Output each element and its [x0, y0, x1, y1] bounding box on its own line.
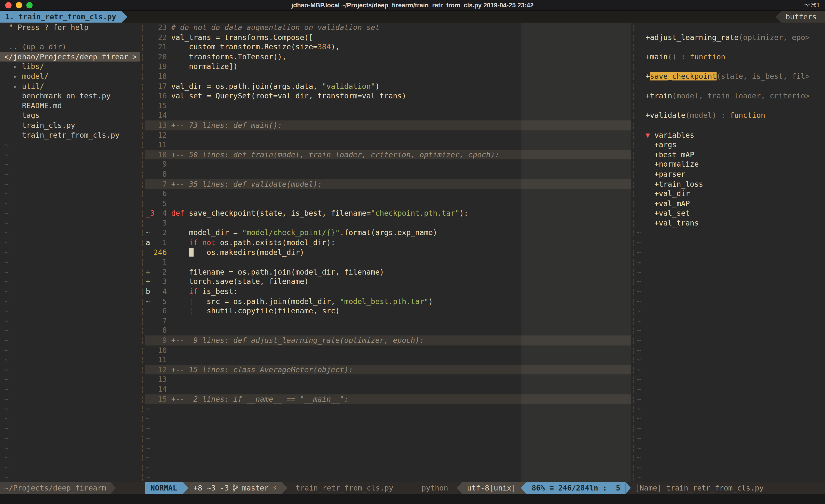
- tilde-glyph: ~: [637, 258, 641, 266]
- window-separator-right[interactable]: ¦ ¦ ¦ ¦ ¦ ¦ ¦ ¦ ¦ ¦ ¦ ¦ ¦ ¦ ¦ ¦ ¦ ¦ ¦ ¦ …: [631, 22, 635, 482]
- code-line[interactable]: +3 torch.save(state, filename): [145, 277, 631, 286]
- gutter-sign: b: [145, 286, 153, 297]
- folded-region[interactable]: 13+-- 73 lines: def main():: [145, 120, 631, 130]
- code-line[interactable]: 18: [145, 71, 631, 81]
- tag-item[interactable]: +train(model, train_loader, criterio>: [637, 91, 825, 101]
- tag-item[interactable]: +parser: [637, 169, 825, 179]
- text-segment: custom_transform.Resize(size=: [171, 43, 317, 51]
- code-text: def save_checkpoint(state, is_best, file…: [171, 208, 631, 218]
- text-segment: benchmark_on_test.py: [4, 91, 110, 100]
- code-line[interactable]: 8: [145, 169, 631, 179]
- tag-item[interactable]: ▼ variables: [637, 130, 825, 140]
- close-button[interactable]: [5, 2, 11, 9]
- minimize-button[interactable]: [16, 2, 22, 9]
- tag-item[interactable]: +val_set: [637, 208, 825, 218]
- text-segment: save_checkpoint(state, is_best, filename…: [184, 209, 371, 217]
- code-line[interactable]: 9: [145, 160, 631, 169]
- code-line[interactable]: 15: [145, 101, 631, 111]
- text-segment: +-- 15 lines: class AverageMeter(object)…: [171, 365, 353, 374]
- command-line[interactable]: [0, 494, 825, 504]
- code-line[interactable]: ~5 ¦ src = os.path.join(model_dir, "mode…: [145, 297, 631, 306]
- tree-root[interactable]: </jdhao/Projects/deep_firear>: [0, 52, 140, 62]
- code-line[interactable]: 10: [145, 345, 631, 355]
- code-line[interactable]: 14: [145, 111, 631, 120]
- window-separator-left[interactable]: ¦ ¦ ¦ ¦ ¦ ¦ ¦ ¦ ¦ ¦ ¦ ¦ ¦ ¦ ¦ ¦ ¦ ¦ ¦ ¦ …: [140, 22, 145, 482]
- tree-item[interactable]: train_retr_from_cls.py: [0, 130, 140, 140]
- tag-item[interactable]: +val_dir: [637, 189, 825, 198]
- text-segment: README.md: [4, 101, 62, 110]
- tag-item[interactable]: +best_mAP: [637, 150, 825, 160]
- code-line[interactable]: a1 if not os.path.exists(model_dir):: [145, 238, 631, 248]
- editor-panel[interactable]: 23# do not do data augmentation on valid…: [145, 22, 631, 482]
- tree-item[interactable]: " Press ? for help: [0, 22, 140, 32]
- tag-item[interactable]: +main() : function: [637, 52, 825, 62]
- line-number: 16: [153, 91, 167, 101]
- code-line[interactable]: 19 normalize]): [145, 62, 631, 72]
- tag-item[interactable]: +train_loss: [637, 179, 825, 189]
- code-line[interactable]: ~2 model_dir = "model/check_point/{}".fo…: [145, 228, 631, 238]
- code-line[interactable]: 21 custom_transform.Resize(size=384),: [145, 42, 631, 52]
- tree-item[interactable]: ▸ model/: [0, 71, 140, 81]
- folded-region[interactable]: 15+-- 2 lines: if __name__ == "__main__"…: [145, 394, 631, 404]
- gutter-sign: [145, 81, 153, 91]
- code-line[interactable]: 7: [145, 316, 631, 326]
- folded-region[interactable]: 10+-- 50 lines: def train(model, train_l…: [145, 150, 631, 160]
- powerline-arrow: [282, 482, 287, 494]
- tilde-glyph: ~: [4, 258, 9, 266]
- code-line[interactable]: 246 os.makedirs(model_dir): [145, 248, 631, 257]
- zoom-button[interactable]: [26, 2, 33, 9]
- text-segment: os.makedirs(model_dir): [207, 248, 304, 256]
- code-line[interactable]: 11: [145, 140, 631, 150]
- tree-item[interactable]: ▸ util/: [0, 81, 140, 91]
- code-text: +-- 50 lines: def train(model, train_loa…: [171, 150, 631, 160]
- code-line[interactable]: +2 filename = os.path.join(model_dir, fi…: [145, 267, 631, 277]
- tree-item[interactable]: train_cls.py: [0, 120, 140, 130]
- gutter-sign: ~: [145, 297, 153, 306]
- vim-tabline: 1. train_retr_from_cls.py buffers: [0, 11, 825, 22]
- tag-item[interactable]: +save_checkpoint(state, is_best, fil>: [637, 71, 825, 81]
- code-line[interactable]: 22val_trans = transforms.Compose([: [145, 32, 631, 42]
- tag-item[interactable]: +validate(model) : function: [637, 111, 825, 120]
- code-text: [171, 257, 631, 267]
- tree-item[interactable]: .. (up a dir): [0, 42, 140, 52]
- code-line[interactable]: 13: [145, 375, 631, 385]
- code-line[interactable]: 12: [145, 130, 631, 140]
- tree-item[interactable]: tags: [0, 111, 140, 120]
- folded-region[interactable]: 9+-- 9 lines: def adjust_learning_rate(o…: [145, 335, 631, 345]
- code-line[interactable]: 6: [145, 189, 631, 198]
- gutter-sign: [145, 198, 153, 208]
- text-segment: function: [690, 53, 726, 61]
- tree-item[interactable]: README.md: [0, 101, 140, 111]
- tag-item[interactable]: +val_trans: [637, 218, 825, 228]
- code-line[interactable]: 5: [145, 198, 631, 208]
- code-line[interactable]: 3: [145, 218, 631, 228]
- folded-region[interactable]: 7+-- 35 lines: def validate(model):: [145, 179, 631, 189]
- tree-item[interactable]: ▸ libs/: [0, 62, 140, 72]
- code-line[interactable]: 8: [145, 326, 631, 335]
- tilde-glyph: ~: [637, 287, 641, 296]
- folded-region[interactable]: 12+-- 15 lines: class AverageMeter(objec…: [145, 365, 631, 375]
- code-line[interactable]: 14: [145, 384, 631, 394]
- code-line[interactable]: 16val_set = QuerySet(root=val_dir, trans…: [145, 91, 631, 101]
- eof-tilde: ~: [0, 238, 140, 248]
- eof-tilde: ~: [0, 384, 140, 394]
- eof-tilde: ~: [637, 228, 825, 238]
- tree-item[interactable]: benchmark_on_test.py: [0, 91, 140, 101]
- code-line[interactable]: 6 ¦ shutil.copyfile(filename, src): [145, 306, 631, 316]
- code-line[interactable]: 11: [145, 355, 631, 365]
- text-segment: +-- 2 lines: if __name__ == "__main__":: [171, 395, 349, 403]
- code-line[interactable]: 23# do not do data augmentation on valid…: [145, 22, 631, 32]
- line-number: 22: [153, 32, 167, 42]
- code-line[interactable]: _34def save_checkpoint(state, is_best, f…: [145, 208, 631, 218]
- code-line[interactable]: 20 transforms.ToTensor(),: [145, 52, 631, 62]
- code-text: +-- 9 lines: def adjust_learning_rate(op…: [171, 335, 631, 345]
- tag-item[interactable]: +args: [637, 140, 825, 150]
- code-line[interactable]: b4 if is_best:: [145, 286, 631, 297]
- tag-item[interactable]: +normalize: [637, 160, 825, 169]
- tilde-glyph: ~: [145, 404, 150, 414]
- code-line[interactable]: 1: [145, 257, 631, 267]
- tag-item[interactable]: +val_mAP: [637, 198, 825, 208]
- tab-active[interactable]: 1. train_retr_from_cls.py: [0, 11, 121, 22]
- tag-item[interactable]: +adjust_learning_rate(optimizer, epo>: [637, 32, 825, 42]
- code-line[interactable]: 17val_dir = os.path.join(args.data, "val…: [145, 81, 631, 91]
